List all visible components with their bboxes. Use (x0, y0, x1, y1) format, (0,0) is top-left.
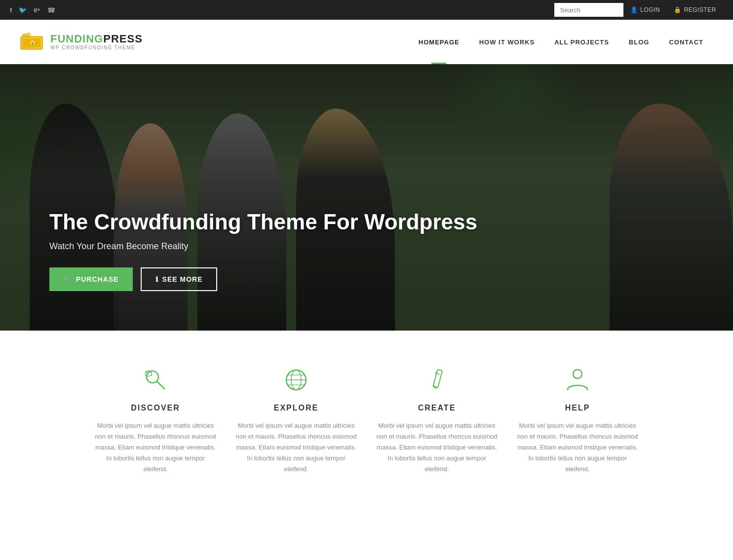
login-button[interactable]: 👤 LOGIN (623, 0, 667, 20)
explore-icon (281, 365, 311, 395)
explore-title: EXPLORE (274, 404, 318, 412)
hero-buttons: 🛒 PURCHASE ℹ SEE MORE (49, 267, 477, 291)
discover-title: DISCOVER (131, 404, 180, 412)
feature-discover: DISCOVER Morbi vel ipsum vel augue matti… (95, 365, 216, 475)
svg-line-17 (435, 373, 440, 375)
register-icon: 🔒 (674, 6, 682, 13)
logo-icon: $ (20, 33, 45, 51)
nav-links: HOMEPAGE HOW IT WORKS ALL PROJECTS BLOG … (409, 20, 713, 64)
topbar-right: 👤 LOGIN 🔒 REGISTER (554, 0, 723, 20)
features-section: DISCOVER Morbi vel ipsum vel augue matti… (0, 331, 733, 499)
nav-all-projects[interactable]: ALL PROJECTS (544, 20, 619, 64)
nav-blog[interactable]: BLOG (619, 20, 659, 64)
hero-title: The Crowdfunding Theme For Wordpress (49, 209, 477, 235)
help-desc: Morbi vel ipsum vel augue mattis ultrici… (517, 420, 638, 475)
purchase-button[interactable]: 🛒 PURCHASE (49, 267, 133, 291)
create-desc: Morbi vel ipsum vel augue mattis ultrici… (377, 420, 498, 475)
google-plus-icon[interactable]: g+ (34, 6, 40, 14)
info-icon: ℹ (155, 275, 158, 283)
social-links: f 🐦 g+ ☎ (10, 6, 55, 14)
nav-how-it-works[interactable]: HOW IT WORKS (469, 20, 544, 64)
logo[interactable]: $ FUNDINGPRESS WP CROWDFUNDING THEME (20, 33, 143, 51)
hero-subtitle: Watch Your Dream Become Reality (49, 241, 477, 252)
svg-rect-15 (433, 370, 442, 388)
svg-point-18 (573, 370, 582, 378)
feature-help: HELP Morbi vel ipsum vel augue mattis ul… (517, 365, 638, 475)
feature-explore: EXPLORE Morbi vel ipsum vel augue mattis… (236, 365, 357, 475)
hero-content: The Crowdfunding Theme For Wordpress Wat… (49, 209, 477, 291)
svg-point-9 (147, 372, 148, 373)
explore-desc: Morbi vel ipsum vel augue mattis ultrici… (236, 420, 357, 475)
svg-point-5 (26, 33, 31, 36)
discover-desc: Morbi vel ipsum vel augue mattis ultrici… (95, 420, 216, 475)
nav-homepage[interactable]: HOMEPAGE (409, 20, 469, 64)
svg-text:$: $ (32, 41, 34, 46)
skype-icon[interactable]: ☎ (47, 6, 55, 14)
auth-buttons: 👤 LOGIN 🔒 REGISTER (623, 0, 723, 20)
topbar: f 🐦 g+ ☎ 👤 LOGIN 🔒 REGISTER (0, 0, 733, 20)
logo-subtitle: WP CROWDFUNDING THEME (50, 45, 143, 50)
svg-line-7 (157, 381, 164, 389)
help-title: HELP (565, 404, 590, 412)
logo-text: FUNDINGPRESS WP CROWDFUNDING THEME (50, 34, 143, 50)
logo-name: FUNDINGPRESS (50, 34, 143, 44)
navbar: $ FUNDINGPRESS WP CROWDFUNDING THEME HOM… (0, 20, 733, 64)
create-icon (422, 365, 452, 395)
discover-icon (141, 365, 170, 395)
help-icon (563, 365, 592, 395)
feature-create: CREATE Morbi vel ipsum vel augue mattis … (377, 365, 498, 475)
search-input[interactable] (554, 3, 623, 17)
svg-rect-8 (145, 371, 152, 376)
create-title: CREATE (418, 404, 456, 412)
register-button[interactable]: 🔒 REGISTER (667, 0, 723, 20)
see-more-button[interactable]: ℹ SEE MORE (141, 267, 218, 291)
login-icon: 👤 (630, 6, 638, 13)
twitter-icon[interactable]: 🐦 (19, 6, 27, 14)
facebook-icon[interactable]: f (10, 6, 12, 14)
svg-marker-16 (434, 385, 437, 389)
nav-contact[interactable]: CONTACT (659, 20, 713, 64)
features-grid: DISCOVER Morbi vel ipsum vel augue matti… (95, 365, 638, 475)
cart-icon: 🛒 (63, 275, 72, 283)
hero-section: The Crowdfunding Theme For Wordpress Wat… (0, 64, 733, 331)
